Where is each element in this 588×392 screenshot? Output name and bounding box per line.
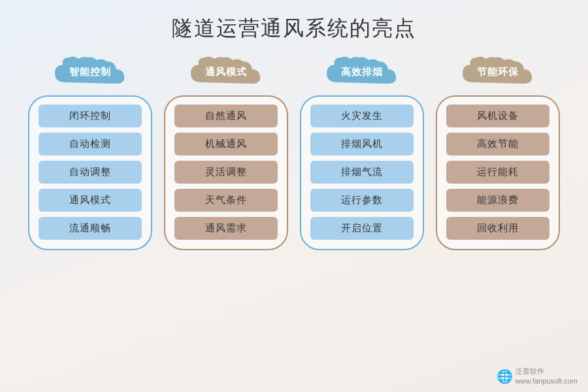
watermark: 🌐 泛普软件 www.fanpusoft.com [497, 367, 578, 385]
item-col3-2[interactable]: 排烟气流 [310, 161, 414, 184]
cloud-label-col2: 通风模式 [205, 66, 247, 78]
item-col1-3[interactable]: 通风模式 [39, 189, 142, 212]
column-col2: 通风模式自然通风机械通风灵活调整天气条件通风需求 [164, 55, 288, 250]
columns-container: 智能控制闭环控制自动检测自动调整通风模式流通顺畅通风模式自然通风机械通风灵活调整… [0, 55, 588, 250]
item-col1-4[interactable]: 流通顺畅 [39, 217, 142, 240]
column-col1: 智能控制闭环控制自动检测自动调整通风模式流通顺畅 [28, 55, 152, 250]
card-col3: 火灾发生排烟风机排烟气流运行参数开启位置 [300, 95, 424, 250]
card-col2: 自然通风机械通风灵活调整天气条件通风需求 [164, 95, 288, 250]
item-col2-1[interactable]: 机械通风 [174, 133, 278, 155]
watermark-brand: 泛普软件 [515, 367, 578, 376]
item-col3-1[interactable]: 排烟风机 [310, 133, 414, 155]
item-col1-1[interactable]: 自动检测 [39, 133, 142, 155]
item-col4-1[interactable]: 高效节能 [446, 133, 549, 155]
cloud-badge-col4: 节能环保 [459, 55, 537, 89]
item-col1-2[interactable]: 自动调整 [39, 161, 142, 184]
cloud-label-col1: 智能控制 [69, 66, 111, 78]
item-col1-0[interactable]: 闭环控制 [39, 105, 142, 127]
watermark-url: www.fanpusoft.com [515, 376, 578, 385]
cloud-label-col3: 高效排烟 [341, 66, 383, 78]
watermark-icon: 🌐 [497, 368, 513, 384]
item-col2-3[interactable]: 天气条件 [174, 189, 278, 212]
page-title: 隧道运营通风系统的亮点 [0, 0, 588, 55]
column-col3: 高效排烟火灾发生排烟风机排烟气流运行参数开启位置 [300, 55, 424, 250]
card-col1: 闭环控制自动检测自动调整通风模式流通顺畅 [28, 95, 152, 250]
item-col4-4[interactable]: 回收利用 [446, 217, 549, 240]
item-col4-2[interactable]: 运行能耗 [446, 161, 549, 184]
cloud-badge-col1: 智能控制 [51, 55, 129, 89]
item-col3-3[interactable]: 运行参数 [310, 189, 414, 212]
item-col2-0[interactable]: 自然通风 [174, 105, 278, 127]
card-col4: 风机设备高效节能运行能耗能源浪费回收利用 [436, 95, 560, 250]
column-col4: 节能环保风机设备高效节能运行能耗能源浪费回收利用 [436, 55, 560, 250]
watermark-text: 泛普软件 www.fanpusoft.com [515, 367, 578, 385]
item-col3-0[interactable]: 火灾发生 [310, 105, 414, 127]
cloud-label-col4: 节能环保 [477, 66, 519, 78]
cloud-badge-col2: 通风模式 [187, 55, 265, 89]
cloud-badge-col3: 高效排烟 [323, 55, 401, 89]
item-col4-0[interactable]: 风机设备 [446, 105, 549, 127]
item-col4-3[interactable]: 能源浪费 [446, 189, 549, 212]
item-col3-4[interactable]: 开启位置 [310, 217, 414, 240]
item-col2-2[interactable]: 灵活调整 [174, 161, 278, 184]
item-col2-4[interactable]: 通风需求 [174, 217, 278, 240]
